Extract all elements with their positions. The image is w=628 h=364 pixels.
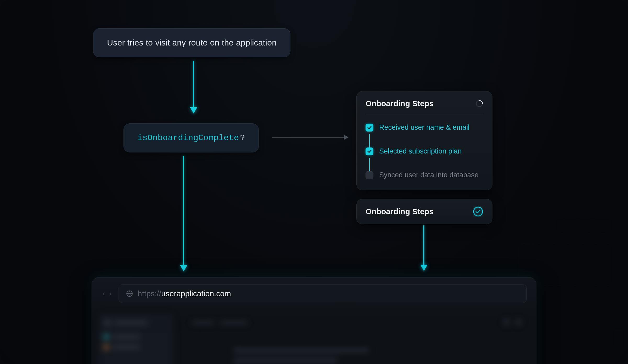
- step-wrap-1: Selected subscription plan: [366, 145, 483, 157]
- spinner-icon: [475, 100, 483, 107]
- browser-nav: ‹ ›: [101, 289, 113, 298]
- steps-list: Received user name & email Selected subs…: [366, 121, 483, 181]
- step-item: Selected subscription plan: [366, 145, 483, 157]
- arrow-start-to-check: [193, 61, 194, 113]
- complete-title: Onboarding Steps: [366, 207, 434, 216]
- onboarding-complete-pill: Onboarding Steps: [356, 199, 492, 224]
- checkbox-done-icon: [366, 124, 373, 132]
- arrow-complete-to-browser: [423, 225, 424, 270]
- step-item: Synced user data into database: [366, 169, 483, 181]
- check-node-code: isOnboardingComplete: [137, 133, 239, 143]
- start-node: User tries to visit any route on the app…: [93, 28, 290, 57]
- check-circle-icon: [473, 206, 483, 217]
- browser-content-blurred: [92, 309, 536, 364]
- url-scheme: https://: [138, 289, 161, 298]
- nav-forward-button[interactable]: ›: [108, 289, 113, 298]
- arrow-check-to-browser: [183, 156, 184, 271]
- start-node-label: User tries to visit any route on the app…: [107, 38, 277, 47]
- step-label: Synced user data into database: [379, 171, 479, 179]
- check-node: isOnboardingComplete?: [124, 123, 259, 152]
- onboarding-panel: Onboarding Steps Received user name & em…: [356, 91, 492, 190]
- checkbox-pending-icon: [366, 171, 373, 179]
- check-node-suffix: ?: [240, 133, 245, 143]
- panel-title: Onboarding Steps: [366, 99, 434, 108]
- step-wrap-2: Synced user data into database: [366, 169, 483, 181]
- panel-header: Onboarding Steps: [366, 99, 483, 114]
- globe-icon: [126, 290, 133, 297]
- step-label: Received user name & email: [379, 123, 469, 132]
- url-field[interactable]: https://userapplication.com: [119, 284, 527, 303]
- browser-window: ‹ › https://userapplication.com: [92, 277, 536, 364]
- step-wrap-0: Received user name & email: [366, 121, 483, 134]
- url-host: userapplication.com: [161, 289, 231, 298]
- browser-bar: ‹ › https://userapplication.com: [92, 277, 536, 310]
- step-label: Selected subscription plan: [379, 147, 462, 155]
- diagram-canvas: User tries to visit any route on the app…: [0, 0, 628, 364]
- nav-back-button[interactable]: ‹: [101, 289, 106, 298]
- arrow-check-to-panel: [272, 137, 348, 138]
- step-item: Received user name & email: [366, 121, 483, 134]
- checkbox-done-icon: [366, 147, 373, 155]
- svg-point-1: [474, 207, 483, 216]
